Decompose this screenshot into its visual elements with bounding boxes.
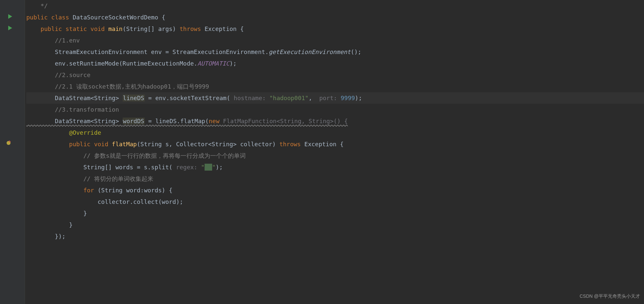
comment: //2.source xyxy=(26,71,90,78)
gutter-row xyxy=(0,115,25,127)
keyword: for xyxy=(83,187,97,194)
gutter-row xyxy=(0,173,25,184)
text: StreamExecutionEnvironment env = StreamE… xyxy=(26,48,269,55)
text: ); xyxy=(230,60,237,67)
string: " xyxy=(201,164,205,171)
text: env.setRuntimeMode(RuntimeExecutionMode. xyxy=(26,60,197,67)
string: "hadoop001" xyxy=(269,95,309,101)
comma: , xyxy=(309,95,319,101)
gutter-row xyxy=(0,127,25,138)
text: = env.socketTextStream( xyxy=(145,95,234,101)
gutter-row xyxy=(0,0,25,12)
keyword: public xyxy=(26,14,51,21)
keyword: public void xyxy=(69,141,112,148)
comment: //3.transformation xyxy=(26,106,119,113)
annotation: @Override xyxy=(69,129,101,136)
keyword: throws xyxy=(279,141,304,148)
code-editor: */ public class DataSourceSocketWordDemo… xyxy=(0,0,644,304)
text: = lineDS.flatMap( xyxy=(145,118,209,124)
brace: { xyxy=(162,14,165,21)
gutter-row xyxy=(0,46,25,58)
gutter-row xyxy=(0,69,25,81)
method-name: flatMap xyxy=(112,141,137,148)
keyword: public static void xyxy=(40,25,108,32)
gutter-row xyxy=(0,104,25,115)
text: (String word:words) { xyxy=(98,187,173,194)
run-icon[interactable] xyxy=(8,23,12,35)
param-hint: hostname: xyxy=(234,95,269,101)
gutter-row xyxy=(0,150,25,161)
text: String[] words = s.split( xyxy=(26,164,176,171)
gutter-row xyxy=(0,161,25,173)
text: (); xyxy=(351,48,361,55)
comment: */ xyxy=(26,2,48,9)
anon-class: FlatMapFunction<String, String>() { xyxy=(223,118,348,124)
text: ); xyxy=(216,164,223,171)
class-name: DataSourceSocketWordDemo xyxy=(73,14,162,21)
comment: //1.env xyxy=(26,37,80,44)
text: }); xyxy=(26,233,65,240)
params: (String[] args) xyxy=(123,25,180,32)
brace: } xyxy=(26,221,73,228)
number: 9999 xyxy=(341,95,355,101)
string: " xyxy=(212,164,216,171)
gutter xyxy=(0,0,25,304)
keyword: new xyxy=(209,118,223,124)
keyword: class xyxy=(51,14,73,21)
gutter-row xyxy=(0,219,25,231)
param-hint: regex: xyxy=(176,164,201,171)
variable: lineDS xyxy=(123,95,145,101)
indent xyxy=(26,25,40,32)
static-method: getExecutionEnvironment xyxy=(269,48,351,55)
gutter-row xyxy=(0,231,25,242)
code-pane[interactable]: */ public class DataSourceSocketWordDemo… xyxy=(25,0,644,304)
gutter-row xyxy=(0,35,25,46)
params: (String s, Collector<String> collector) xyxy=(137,141,279,148)
gutter-row xyxy=(0,81,25,92)
enum-constant: AUTOMATIC xyxy=(197,60,230,67)
gutter-row xyxy=(0,92,25,104)
warning-icon[interactable] xyxy=(6,138,11,150)
gutter-row xyxy=(0,207,25,219)
indent xyxy=(26,141,69,148)
watermark: CSDN @平平无奇秃头小天才 xyxy=(580,290,640,302)
text: DataStream<String> xyxy=(26,118,123,124)
gutter-row[interactable] xyxy=(0,23,25,35)
keyword: throws xyxy=(180,25,205,32)
text: collector.collect(word); xyxy=(26,198,183,205)
text: Exception { xyxy=(205,25,244,32)
gutter-row[interactable] xyxy=(0,12,25,23)
comment: // 将切分的单词收集起来 xyxy=(26,175,153,182)
method-name: main xyxy=(108,25,122,32)
string xyxy=(205,164,212,171)
indent xyxy=(26,187,83,194)
comment: // 参数s就是一行行的数据，再将每一行分成为一个个的单词 xyxy=(26,152,246,159)
gutter-row xyxy=(0,58,25,69)
text: DataStream<String> xyxy=(26,95,123,101)
indent xyxy=(26,129,69,136)
gutter-row xyxy=(0,196,25,207)
param-hint: port: xyxy=(319,95,341,101)
gutter-row xyxy=(0,184,25,196)
comment: //2.1 读取socket数据,主机为hadoop01，端口号9999 xyxy=(26,83,209,90)
run-icon[interactable] xyxy=(8,12,12,23)
variable: wordDS xyxy=(123,118,145,124)
brace: } xyxy=(26,210,87,217)
text: Exception { xyxy=(304,141,343,148)
gutter-row[interactable] xyxy=(0,138,25,150)
text: ); xyxy=(355,95,362,101)
